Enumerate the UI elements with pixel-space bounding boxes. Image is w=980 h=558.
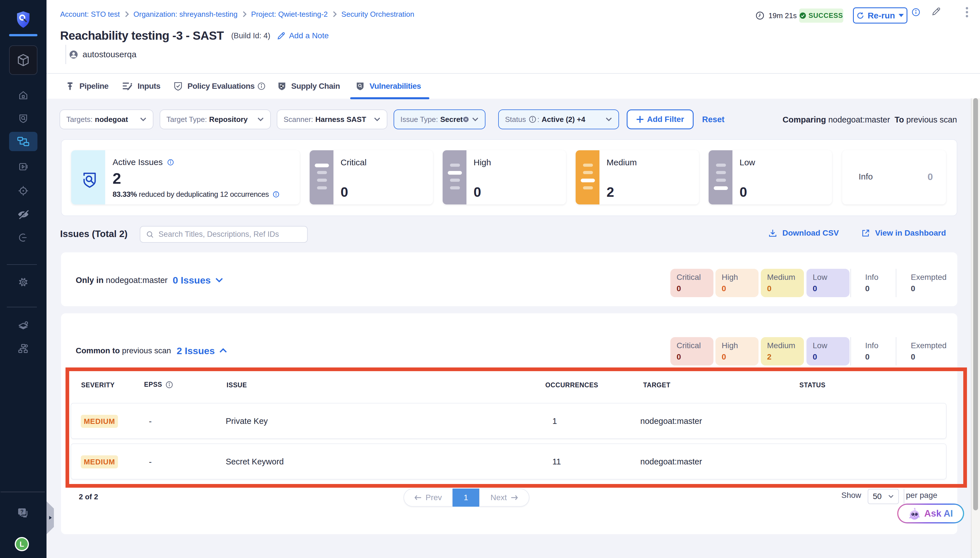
svg-text:?: ? <box>20 509 23 515</box>
